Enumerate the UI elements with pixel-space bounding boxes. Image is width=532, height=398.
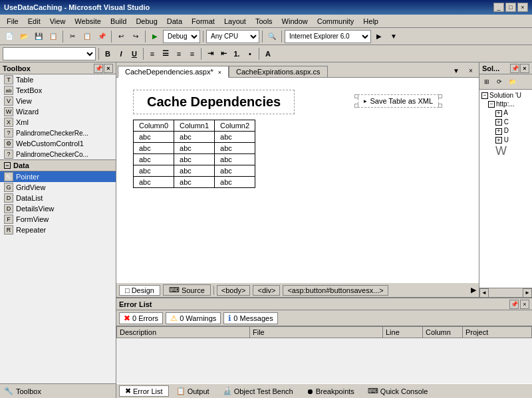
font-family-dropdown[interactable]: [3, 47, 96, 60]
save-btn[interactable]: 💾: [32, 30, 45, 43]
sol-item-solution[interactable]: − Solution 'U: [481, 91, 531, 100]
menu-view[interactable]: View: [46, 16, 70, 27]
bold-button[interactable]: B: [102, 48, 114, 60]
new-btn[interactable]: 📄: [3, 30, 16, 43]
redo-btn[interactable]: ↪: [129, 30, 142, 43]
cut-btn[interactable]: ✂: [66, 30, 79, 43]
toolbox-item-datalist[interactable]: D DataList: [0, 193, 116, 203]
tab-cache-expirations[interactable]: CacheExpirations.aspx.cs: [229, 66, 328, 77]
sol-btn1[interactable]: ⊞: [481, 76, 493, 88]
sol-btn3[interactable]: 📁: [506, 76, 518, 88]
menu-edit[interactable]: Edit: [24, 16, 45, 27]
menu-debug[interactable]: Debug: [132, 16, 161, 27]
breadcrumb-body[interactable]: <body>: [217, 285, 251, 296]
bp-tab-object-test-bench[interactable]: 🔬 Object Test Bench: [217, 385, 299, 397]
error-tab-errors[interactable]: ✖ 0 Errors: [119, 312, 163, 324]
resize-handle-tr[interactable]: [438, 94, 442, 98]
scroll-right-btn[interactable]: ►: [523, 288, 532, 298]
tab-close-all-btn[interactable]: ×: [464, 64, 477, 77]
paste-btn[interactable]: 📌: [95, 30, 108, 43]
menu-file[interactable]: File: [3, 16, 23, 27]
solution-close-btn[interactable]: ×: [520, 64, 529, 73]
sol-item-http[interactable]: − http:...: [487, 100, 531, 108]
copy-btn[interactable]: 📋: [80, 30, 94, 43]
open-btn[interactable]: 📂: [17, 30, 31, 43]
toolbox-item-palindrome1[interactable]: ? PalindromeCheckerRe...: [0, 128, 116, 138]
sol-item-a[interactable]: + A: [494, 108, 531, 118]
sol-expand-icon[interactable]: +: [495, 128, 502, 135]
indent-btn[interactable]: ⇥: [204, 48, 216, 60]
toolbox-close-btn[interactable]: ×: [104, 64, 113, 73]
menu-help[interactable]: Help: [359, 16, 382, 27]
toolbox-item-textbox[interactable]: ab TextBox: [0, 85, 116, 96]
resize-handle-br[interactable]: [438, 104, 442, 108]
toolbox-bottom-tab[interactable]: 🔧 Toolbox: [0, 383, 116, 398]
align-center-btn[interactable]: ☰: [160, 48, 172, 60]
sol-item-w[interactable]: W: [494, 144, 531, 157]
bp-tab-output[interactable]: 📋 Output: [170, 385, 215, 397]
sol-collapse-icon2[interactable]: −: [488, 101, 495, 108]
toolbox-item-repeater[interactable]: R Repeater: [0, 225, 116, 235]
error-pin-btn[interactable]: 📌: [509, 300, 519, 309]
menu-build[interactable]: Build: [106, 16, 130, 27]
error-tab-warnings[interactable]: ⚠ 0 Warnings: [166, 312, 221, 324]
menu-community[interactable]: Community: [313, 16, 358, 27]
sol-item-d[interactable]: + D: [494, 126, 531, 136]
toolbox-item-formview[interactable]: F FormView: [0, 214, 116, 225]
toolbox-item-gridview[interactable]: G GridView: [0, 182, 116, 193]
toolbox-item-webcustom[interactable]: ⚙ WebCustomControl1: [0, 138, 116, 149]
bp-tab-breakpoints[interactable]: ⏺ Breakpoints: [301, 386, 360, 397]
save-table-btn[interactable]: ▸ Save Table as XML: [358, 94, 439, 108]
list-ul-btn[interactable]: •: [244, 48, 256, 60]
browser-dropdown[interactable]: Internet Explorer 6.0: [285, 30, 371, 43]
underline-button[interactable]: U: [128, 48, 140, 60]
align-right-btn[interactable]: ≡: [173, 48, 185, 60]
design-tab[interactable]: □ Design: [119, 285, 160, 296]
italic-button[interactable]: I: [115, 48, 127, 60]
platform-dropdown[interactable]: Any CPU: [206, 30, 259, 43]
sol-item-u[interactable]: + U: [494, 136, 531, 145]
toolbox-category-data[interactable]: − Data: [0, 159, 116, 171]
sol-hscroll[interactable]: ◄ ►: [479, 288, 532, 297]
toolbox-item-wizard[interactable]: W Wizard: [0, 106, 116, 117]
sol-expand-icon[interactable]: +: [495, 119, 502, 126]
bp-tab-quick-console[interactable]: ⌨ Quick Console: [362, 385, 434, 397]
toolbox-item-detailsview[interactable]: D DetailsView: [0, 203, 116, 214]
menu-website[interactable]: Website: [70, 16, 105, 27]
toolbox-item-pointer[interactable]: ↖ Pointer: [0, 171, 116, 182]
toolbox-item-palindrome2[interactable]: ? PalindromeCheckerCo...: [0, 149, 116, 159]
tab-dropdown-btn[interactable]: ▼: [450, 64, 463, 77]
breadcrumb-arrow-btn[interactable]: ▶: [471, 286, 476, 294]
collapse-data-icon[interactable]: −: [4, 162, 11, 169]
menu-layout[interactable]: Layout: [220, 16, 250, 27]
save-all-btn[interactable]: 📋: [47, 30, 60, 43]
list-ol-btn[interactable]: 1.: [231, 48, 243, 60]
color-picker-btn[interactable]: A: [262, 48, 274, 60]
resize-handle-bl[interactable]: [354, 104, 358, 108]
align-justify-btn[interactable]: ≡: [186, 48, 198, 60]
toolbox-item-table[interactable]: T Table: [0, 74, 116, 85]
minimize-button[interactable]: _: [493, 3, 504, 12]
browser-settings-btn[interactable]: ▼: [387, 30, 400, 43]
menu-tools[interactable]: Tools: [251, 16, 277, 27]
menu-format[interactable]: Format: [188, 16, 219, 27]
error-close-btn[interactable]: ×: [520, 300, 529, 309]
editor-content[interactable]: Cache Dependencies ▸ Save Table as XML: [116, 78, 479, 282]
sol-collapse-icon[interactable]: −: [481, 92, 488, 99]
menu-window[interactable]: Window: [278, 16, 312, 27]
toolbox-pin-btn[interactable]: 📌: [94, 64, 103, 73]
outdent-btn[interactable]: ⇤: [217, 48, 229, 60]
maximize-button[interactable]: □: [505, 3, 516, 12]
find-btn[interactable]: 🔍: [265, 30, 279, 43]
align-left-btn[interactable]: ≡: [146, 48, 158, 60]
menu-data[interactable]: Data: [163, 16, 186, 27]
breadcrumb-asp-button[interactable]: <asp:button#buttonsavesx...>: [283, 285, 388, 296]
debug-mode-dropdown[interactable]: Debug: [163, 30, 200, 43]
tab-cache-dependencies[interactable]: CacheDependencies.aspx* ×: [118, 66, 229, 78]
breadcrumb-div[interactable]: <div>: [253, 285, 280, 296]
close-button[interactable]: ×: [517, 3, 528, 12]
sol-item-c[interactable]: + C: [494, 118, 531, 127]
sol-expand-icon[interactable]: +: [495, 137, 502, 144]
window-controls[interactable]: _ □ ×: [493, 3, 528, 12]
undo-btn[interactable]: ↩: [114, 30, 128, 43]
